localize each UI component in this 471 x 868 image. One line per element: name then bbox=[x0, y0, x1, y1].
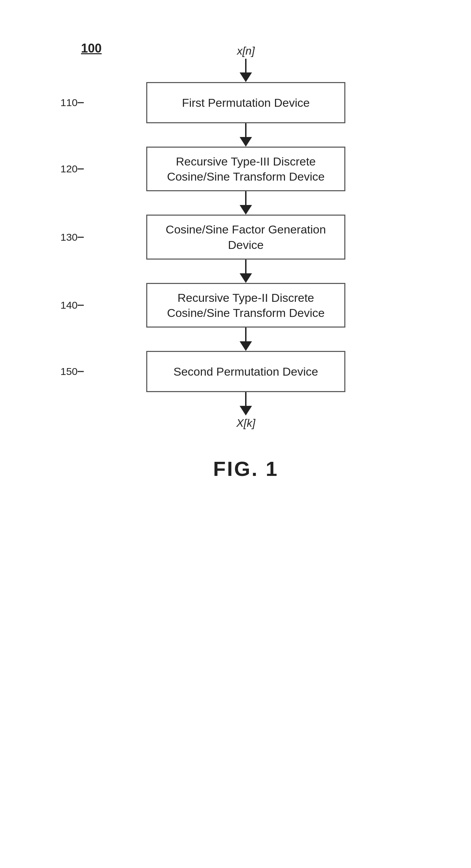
arrow-to-block-140 bbox=[240, 260, 252, 283]
block-label-150: 150 bbox=[60, 366, 78, 377]
block-row-120: 120 Recursive Type-III Discrete Cosine/S… bbox=[102, 147, 390, 191]
figure-number-label: 100 bbox=[81, 41, 102, 56]
block-120-text: Recursive Type-III Discrete Cosine/Sine … bbox=[156, 154, 336, 184]
block-120: Recursive Type-III Discrete Cosine/Sine … bbox=[146, 147, 345, 191]
arrow-to-block-110 bbox=[240, 59, 252, 82]
block-150-text: Second Permutation Device bbox=[173, 364, 318, 379]
block-label-110: 110 bbox=[60, 97, 78, 108]
block-row-110: 110 First Permutation Device bbox=[102, 82, 390, 123]
arrow-to-block-120 bbox=[240, 123, 252, 147]
block-label-140: 140 bbox=[60, 299, 78, 311]
block-140-text: Recursive Type-II Discrete Cosine/Sine T… bbox=[156, 290, 336, 320]
arrow-to-block-130 bbox=[240, 191, 252, 215]
arrow-to-output bbox=[240, 392, 252, 415]
block-label-120: 120 bbox=[60, 163, 78, 175]
flow-wrapper: x[n] 110 First Permutation Device 120 Re… bbox=[102, 45, 390, 481]
block-row-130: 130 Cosine/Sine Factor Generation Device bbox=[102, 215, 390, 259]
block-row-150: 150 Second Permutation Device bbox=[102, 351, 390, 392]
block-110: First Permutation Device bbox=[146, 82, 345, 123]
block-label-130: 130 bbox=[60, 231, 78, 243]
diagram-container: 100 x[n] 110 First Permutation Device 12… bbox=[81, 41, 390, 481]
figure-caption: FIG. 1 bbox=[213, 457, 279, 481]
arrow-to-block-150 bbox=[240, 328, 252, 351]
block-row-140: 140 Recursive Type-II Discrete Cosine/Si… bbox=[102, 283, 390, 328]
block-110-text: First Permutation Device bbox=[182, 95, 310, 110]
block-130-text: Cosine/Sine Factor Generation Device bbox=[156, 222, 336, 252]
block-130: Cosine/Sine Factor Generation Device bbox=[146, 215, 345, 259]
block-150: Second Permutation Device bbox=[146, 351, 345, 392]
block-140: Recursive Type-II Discrete Cosine/Sine T… bbox=[146, 283, 345, 328]
input-signal-label: x[n] bbox=[237, 45, 255, 57]
output-signal-label: X[k] bbox=[236, 417, 255, 430]
